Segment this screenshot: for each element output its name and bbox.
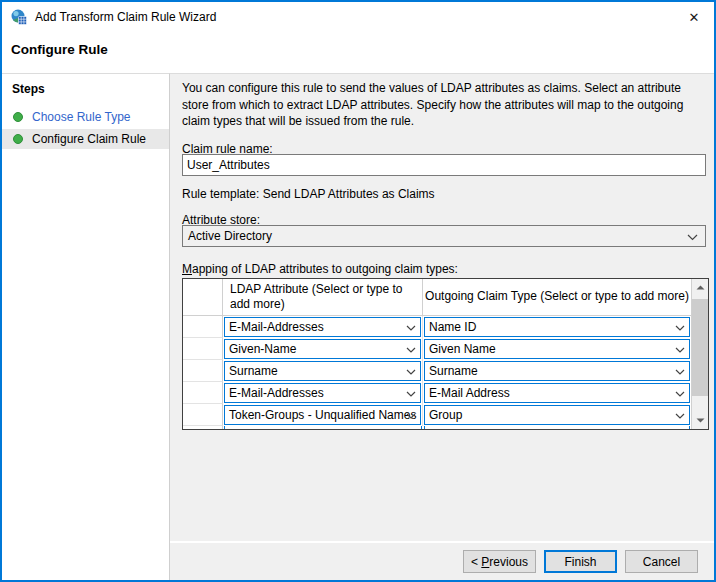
scrollbar-up-button[interactable] — [692, 279, 708, 296]
outgoing-claim-type-select[interactable] — [424, 426, 690, 429]
attribute-store-select[interactable]: Active Directory — [182, 225, 706, 247]
ldap-attribute-value: Token-Groups - Unqualified Names — [229, 408, 416, 422]
ldap-attribute-value: Given-Name — [229, 342, 296, 356]
outgoing-claim-type-value: Group — [429, 408, 462, 422]
chevron-down-icon — [675, 369, 685, 375]
rule-template-text: Rule template: Send LDAP Attributes as C… — [182, 187, 435, 201]
chevron-down-icon — [675, 413, 685, 419]
ldap-attribute-select[interactable]: Token-Groups - Unqualified Names — [224, 405, 421, 425]
scroll-down-icon — [696, 418, 705, 423]
rule-description-text: You can configure this rule to send the … — [182, 80, 710, 130]
row-selector[interactable] — [183, 426, 223, 429]
scrollbar-thumb[interactable] — [692, 299, 708, 396]
window-title: Add Transform Claim Rule Wizard — [35, 10, 216, 24]
table-row: E-Mail-Addresses E-Mail Address — [183, 382, 691, 404]
outgoing-claim-type-value: Given Name — [429, 342, 496, 356]
mapping-table-body: LDAP Attribute (Select or type to add mo… — [183, 279, 691, 429]
row-selector[interactable] — [183, 382, 223, 404]
ldap-attribute-select[interactable] — [224, 426, 422, 429]
claim-rule-name-input[interactable] — [182, 154, 706, 176]
outgoing-claim-type-value: Name ID — [429, 320, 476, 334]
attribute-store-value: Active Directory — [188, 229, 272, 243]
outgoing-claim-type-select[interactable]: Given Name — [424, 339, 690, 359]
ldap-attribute-select[interactable]: Given-Name — [224, 339, 421, 359]
ldap-attribute-value: E-Mail-Addresses — [229, 320, 324, 334]
row-selector-header — [183, 279, 223, 315]
outgoing-claim-type-column-header: Outgoing Claim Type (Select or type to a… — [423, 279, 691, 315]
step-done-icon — [13, 112, 23, 122]
ldap-attribute-value: Surname — [229, 364, 278, 378]
table-row: Surname Surname — [183, 360, 691, 382]
sidebar-item-label: Choose Rule Type — [32, 110, 131, 124]
chevron-down-icon — [406, 391, 416, 397]
table-row: Given-Name Given Name — [183, 338, 691, 360]
outgoing-claim-type-select[interactable]: Group — [424, 405, 690, 425]
ldap-attribute-column-header: LDAP Attribute (Select or type to add mo… — [223, 279, 423, 315]
sidebar-item-configure-claim-rule[interactable]: Configure Claim Rule — [2, 129, 169, 149]
table-row: Token-Groups - Unqualified Names Group — [183, 404, 691, 426]
wizard-content-pane: You can configure this rule to send the … — [169, 73, 714, 580]
table-vertical-scrollbar[interactable] — [691, 279, 708, 429]
row-selector[interactable] — [183, 338, 223, 360]
previous-button[interactable]: < Previous — [463, 550, 536, 573]
chevron-down-icon — [687, 234, 698, 241]
label-text: < — [471, 555, 481, 569]
row-selector[interactable] — [183, 360, 223, 382]
title-bar: Add Transform Claim Rule Wizard ✕ — [2, 2, 714, 32]
outgoing-claim-type-value: Surname — [429, 364, 478, 378]
ldap-attribute-value: E-Mail-Addresses — [229, 386, 324, 400]
ldap-attribute-select[interactable]: E-Mail-Addresses — [224, 383, 421, 403]
table-row: E-Mail-Addresses Name ID — [183, 316, 691, 338]
outgoing-claim-type-value: E-Mail Address — [429, 386, 510, 400]
wizard-app-icon — [11, 9, 27, 25]
chevron-down-icon — [675, 347, 685, 353]
scroll-up-icon — [696, 285, 705, 290]
chevron-down-icon — [406, 347, 416, 353]
label-text: revious — [489, 555, 528, 569]
outgoing-claim-type-select[interactable]: Surname — [424, 361, 690, 381]
table-row-partial — [183, 426, 691, 429]
ldap-attribute-select[interactable]: E-Mail-Addresses — [224, 317, 421, 337]
ldap-attribute-select[interactable]: Surname — [224, 361, 421, 381]
chevron-down-icon — [406, 369, 416, 375]
step-done-icon — [13, 134, 23, 144]
add-transform-claim-rule-wizard-window: Add Transform Claim Rule Wizard ✕ Config… — [0, 0, 716, 582]
mapping-table-label: Mapping of LDAP attributes to outgoing c… — [182, 262, 458, 276]
cancel-button[interactable]: Cancel — [625, 550, 698, 573]
sidebar-item-choose-rule-type[interactable]: Choose Rule Type — [2, 107, 169, 127]
chevron-down-icon — [406, 413, 416, 419]
chevron-down-icon — [675, 391, 685, 397]
row-selector[interactable] — [183, 404, 223, 426]
chevron-down-icon — [675, 325, 685, 331]
wizard-button-bar: < Previous Finish Cancel — [170, 541, 714, 580]
chevron-down-icon — [406, 325, 416, 331]
close-button[interactable]: ✕ — [683, 7, 705, 29]
row-selector[interactable] — [183, 316, 223, 338]
mapping-table: LDAP Attribute (Select or type to add mo… — [182, 278, 709, 430]
page-title: Configure Rule — [11, 42, 108, 57]
outgoing-claim-type-select[interactable]: E-Mail Address — [424, 383, 690, 403]
steps-header: Steps — [2, 74, 169, 96]
mapping-table-header: LDAP Attribute (Select or type to add mo… — [183, 279, 691, 316]
label-text: apping of LDAP attributes to outgoing cl… — [192, 262, 458, 276]
finish-button[interactable]: Finish — [544, 550, 617, 573]
steps-panel: Steps Choose Rule Type Configure Claim R… — [2, 73, 169, 580]
sidebar-item-label: Configure Claim Rule — [32, 132, 146, 146]
access-key: M — [182, 262, 192, 276]
outgoing-claim-type-select[interactable]: Name ID — [424, 317, 690, 337]
scrollbar-down-button[interactable] — [692, 412, 708, 429]
